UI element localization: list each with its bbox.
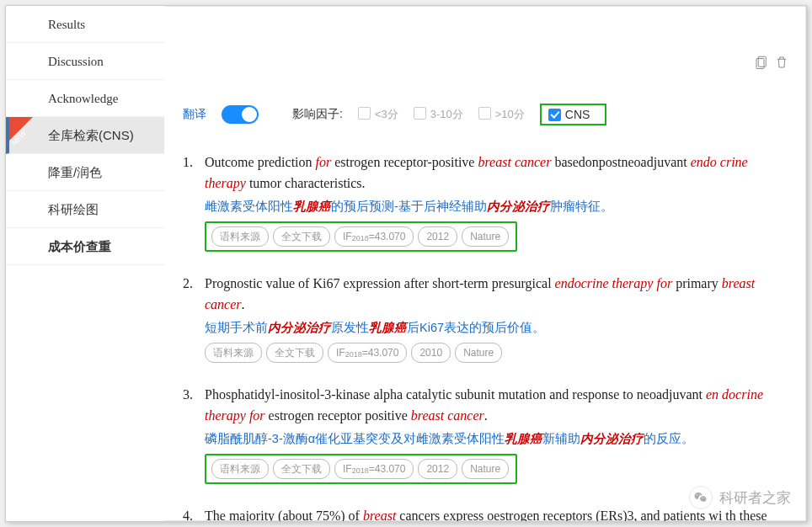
sidebar-item-5[interactable]: 科研绘图	[6, 191, 164, 228]
result-3: 3.Phosphatidyl-inositol-3-kinase alpha c…	[183, 385, 791, 484]
result-num: 3.	[183, 385, 205, 484]
result-2: 2.Prognostic value of Ki67 expression af…	[183, 274, 791, 363]
spacer	[183, 6, 791, 48]
sidebar-item-0[interactable]: Results	[6, 6, 164, 43]
journal-badge[interactable]: Nature	[462, 226, 509, 247]
cns-checkbox[interactable]	[548, 109, 561, 121]
result-translation: 磷脂酰肌醇-3-激酶α催化亚基突变及对雌激素受体阳性乳腺癌新辅助内分泌治疗的反应…	[205, 429, 791, 448]
journal-badge[interactable]: Nature	[455, 343, 502, 363]
source-badge[interactable]: 语料来源	[211, 459, 269, 479]
filter-lt3[interactable]: <3分	[358, 107, 398, 122]
year-badge[interactable]: 2012	[418, 459, 457, 479]
filter-cns[interactable]: CNS	[540, 104, 607, 125]
sidebar-item-3[interactable]: 全库检索(CNS)NEW	[6, 117, 164, 154]
wechat-icon	[689, 486, 713, 509]
result-title[interactable]: Outcome prediction for estrogen receptor…	[205, 152, 791, 194]
top-action-icons	[754, 55, 789, 73]
result-badges: 语料来源全文下载IF2018=43.0702012Nature	[205, 221, 517, 252]
sidebar-item-1[interactable]: Discussion	[6, 43, 164, 80]
result-num: 1.	[183, 152, 205, 252]
results-list: 1.Outcome prediction for estrogen recept…	[183, 152, 791, 521]
result-badges: 语料来源全文下载IF2018=43.0702012Nature	[205, 454, 517, 484]
result-title[interactable]: Phosphatidyl-inositol-3-kinase alpha cat…	[205, 385, 791, 427]
year-badge[interactable]: 2012	[418, 226, 457, 247]
result-body: Outcome prediction for estrogen receptor…	[205, 152, 791, 252]
result-title[interactable]: Prognostic value of Ki67 expression afte…	[205, 274, 791, 316]
if-label: 影响因子:	[292, 107, 343, 122]
journal-badge[interactable]: Nature	[462, 459, 509, 479]
result-num: 2.	[183, 274, 205, 363]
result-num: 4.	[183, 506, 205, 521]
year-badge[interactable]: 2010	[411, 343, 451, 363]
result-1: 1.Outcome prediction for estrogen recept…	[183, 152, 791, 252]
source-badge[interactable]: 语料来源	[205, 343, 262, 363]
if-badge[interactable]: IF2018=43.070	[328, 343, 407, 363]
download-badge[interactable]: 全文下载	[273, 459, 330, 479]
result-translation: 雌激素受体阳性乳腺癌的预后预测-基于后神经辅助内分泌治疗肿瘤特征。	[205, 197, 791, 216]
if-badge[interactable]: IF2018=43.070	[334, 226, 414, 247]
main-content: 翻译 影响因子: <3分 3-10分 >10分 CNS 1.Outcome pr…	[164, 6, 806, 521]
copy-icon[interactable]	[754, 55, 769, 73]
source-badge[interactable]: 语料来源	[211, 226, 269, 247]
result-badges: 语料来源全文下载IF2018=43.0702010Nature	[205, 343, 791, 363]
download-badge[interactable]: 全文下载	[266, 343, 323, 363]
result-body: Prognostic value of Ki67 expression afte…	[205, 274, 791, 363]
sidebar-item-4[interactable]: 降重/润色	[6, 154, 164, 191]
watermark: 科研者之家	[689, 486, 791, 509]
app-window: ResultsDiscussionAcknowledge全库检索(CNS)NEW…	[5, 5, 807, 522]
result-translation: 短期手术前内分泌治疗原发性乳腺癌后Ki67表达的预后价值。	[205, 318, 791, 337]
sidebar-item-6[interactable]: 成本价查重	[6, 228, 164, 265]
download-badge[interactable]: 全文下载	[273, 226, 330, 247]
translate-toggle[interactable]	[222, 105, 259, 124]
filter-gt10[interactable]: >10分	[478, 107, 525, 122]
trash-icon[interactable]	[774, 55, 789, 73]
sidebar: ResultsDiscussionAcknowledge全库检索(CNS)NEW…	[6, 6, 164, 521]
sidebar-item-2[interactable]: Acknowledge	[6, 80, 164, 117]
result-body: Phosphatidyl-inositol-3-kinase alpha cat…	[205, 385, 791, 484]
filter-bar: 翻译 影响因子: <3分 3-10分 >10分 CNS	[183, 95, 791, 134]
translate-label: 翻译	[183, 107, 206, 122]
new-ribbon: NEW	[9, 117, 33, 141]
if-badge[interactable]: IF2018=43.070	[334, 459, 414, 479]
filter-3-10[interactable]: 3-10分	[414, 107, 463, 122]
